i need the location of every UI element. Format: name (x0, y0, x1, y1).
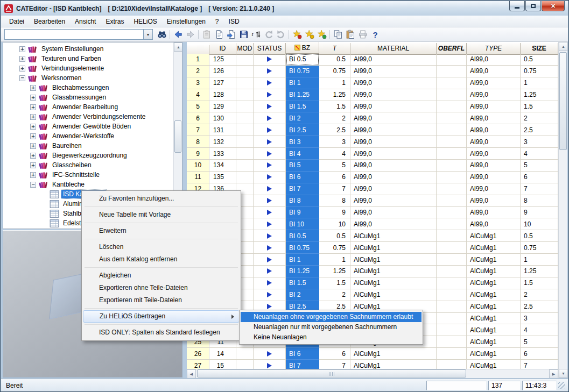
cell-size[interactable]: 1.25 (521, 266, 558, 277)
minimize-button[interactable] (509, 1, 525, 11)
cell-size[interactable]: 4 (521, 148, 558, 160)
cell-type[interactable]: Al99,0 (467, 183, 521, 195)
cell-num[interactable]: 1 (187, 54, 209, 66)
cell-material[interactable]: AlCuMg1 (350, 254, 437, 266)
menubar-item-helios[interactable]: HELiOS (129, 16, 161, 27)
cell-type[interactable]: Al99,0 (467, 101, 521, 113)
cell-type[interactable]: AlCuMg1 (467, 254, 521, 266)
context-menu-item-l-schen[interactable]: Löschen (83, 241, 240, 253)
menubar-item-einstellungen[interactable]: Einstellungen (162, 16, 210, 27)
submenu-item-neuanlagen-ohne-vorgegebenen-sachnummern-erlaubt[interactable]: Neuanlagen ohne vorgegebenen Sachnummern… (241, 312, 422, 322)
cell-t[interactable]: 3 (319, 136, 350, 148)
cell-oberfl[interactable] (437, 124, 467, 136)
cell-oberfl[interactable] (437, 360, 467, 369)
helios-new-yellow-button[interactable] (303, 28, 315, 41)
cell-id[interactable]: 129 (209, 101, 236, 113)
column-header-type[interactable]: TYPE (467, 43, 521, 55)
cell-num[interactable]: 7 (187, 124, 209, 136)
tree-expander-minus-icon[interactable]: − (19, 75, 25, 81)
tree-expander-plus-icon[interactable]: + (30, 95, 36, 101)
tree-item-label[interactable]: Verbindungselemente (40, 64, 106, 73)
context-menu-item-exportieren-ohne-teile-dateien[interactable]: Exportieren ohne Teile-Dateien (83, 282, 240, 294)
cell-size[interactable]: 1.5 (521, 277, 558, 289)
cell-type[interactable]: AlCuMg1 (467, 289, 521, 301)
context-menu-item-neue-tabelle-mit-vorlage[interactable]: Neue Tabelle mit Vorlage (83, 209, 240, 221)
menubar-item-extras[interactable]: Extras (101, 16, 129, 27)
cell-material[interactable]: AlCuMg1 (350, 277, 437, 289)
cell-size[interactable]: 0.75 (521, 242, 558, 254)
tree-item-texturen-und-farben[interactable]: +Texturen und Farben (3, 54, 173, 63)
tree-item-label[interactable]: Glasabmessungen (51, 93, 108, 102)
cell-size[interactable]: 1 (521, 254, 558, 266)
cell-id[interactable]: 130 (209, 112, 236, 124)
cell-bz[interactable]: BI 8 (286, 195, 319, 207)
cell-oberfl[interactable] (437, 230, 467, 242)
tree-expander-plus-icon[interactable]: + (30, 162, 36, 168)
cell-material[interactable]: Al99,0 (350, 160, 437, 172)
cell-mod[interactable] (236, 54, 254, 66)
cell-size[interactable]: 3 (521, 136, 558, 148)
cell-size[interactable]: 3 (521, 313, 558, 325)
cell-bz[interactable]: BI 2.5 (286, 124, 319, 136)
cell-t[interactable]: 4 (319, 148, 350, 160)
table-vertical-scrollbar[interactable] (558, 42, 567, 378)
cell-oberfl[interactable] (437, 54, 467, 66)
import-document-button[interactable] (225, 28, 237, 41)
cell-t[interactable]: 2.5 (319, 124, 350, 136)
find-button[interactable] (156, 28, 168, 41)
cell-t[interactable]: 5 (319, 160, 350, 172)
cell-size[interactable]: 9 (521, 207, 558, 219)
tree-item-label[interactable]: IFC-Schnittstelle (51, 170, 101, 179)
cell-t[interactable]: 9 (319, 207, 350, 219)
cell-size[interactable]: 2 (521, 289, 558, 301)
cell-t[interactable]: 7 (319, 183, 350, 195)
cell-bz[interactable]: BI 2 (286, 112, 319, 124)
cell-num[interactable]: 4 (187, 89, 209, 101)
horizontal-scroll-thumb[interactable] (197, 369, 466, 377)
cell-size[interactable]: 0.75 (521, 66, 558, 77)
cell-type[interactable]: Al99,0 (467, 54, 521, 66)
cell-type[interactable]: AlCuMg1 (467, 242, 521, 254)
cell-material[interactable]: Al99,0 (350, 148, 437, 160)
cell-num[interactable]: 11 (187, 172, 209, 183)
cell-oberfl[interactable] (437, 183, 467, 195)
tree-expander-minus-icon[interactable]: − (30, 182, 36, 188)
cell-oberfl[interactable] (437, 313, 467, 325)
cell-material[interactable]: Al99,0 (350, 172, 437, 183)
vertical-scroll-track[interactable] (559, 51, 567, 369)
cell-id[interactable]: 132 (209, 136, 236, 148)
cell-status[interactable] (254, 112, 286, 124)
tree-item-kantbleche[interactable]: −Kantbleche (3, 180, 173, 189)
cell-bz[interactable]: BI 2 (286, 289, 319, 301)
close-button[interactable] (542, 1, 565, 11)
tree-expander-plus-icon[interactable]: + (30, 124, 36, 130)
context-menu-item-erweitern[interactable]: Erweitern (83, 225, 240, 237)
menubar-item-bearbeiten[interactable]: Bearbeiten (29, 16, 70, 27)
tree-item-label[interactable]: Werksnormen (40, 74, 83, 82)
cell-mod[interactable] (236, 148, 254, 160)
cell-num[interactable]: 5 (187, 101, 209, 113)
cell-size[interactable]: 1 (521, 77, 558, 89)
cell-size[interactable]: 2.5 (521, 301, 558, 313)
cell-size[interactable]: 10 (521, 218, 558, 230)
save-button[interactable] (237, 28, 250, 41)
tree-expander-plus-icon[interactable]: + (30, 85, 36, 91)
cell-status[interactable] (254, 148, 286, 160)
cell-id[interactable]: 127 (209, 77, 236, 89)
cell-bz[interactable]: BI 4 (286, 148, 319, 160)
context-menu-item-zu-favoriten-hinzuf-gen[interactable]: Zu Favoriten hinzufügen... (83, 193, 240, 205)
horizontal-scroll-track[interactable] (196, 369, 549, 378)
cell-status[interactable] (254, 54, 286, 66)
cell-num[interactable]: 3 (187, 77, 209, 89)
cell-bz[interactable]: BI 0.75 (286, 242, 319, 254)
tree-item-anwender-verbindungselemente[interactable]: +Anwender Verbindungselemente (3, 112, 173, 122)
tree-expander-plus-icon[interactable]: + (30, 104, 36, 110)
tree-item-label[interactable]: Texturen und Farben (40, 54, 103, 63)
submenu-item-keine-neuanlagen[interactable]: Keine Neuanlagen (241, 332, 422, 343)
scroll-left-button[interactable] (187, 369, 196, 378)
cell-type[interactable]: AlCuMg1 (467, 230, 521, 242)
cell-material[interactable]: AlCuMg1 (350, 289, 437, 301)
cell-id[interactable]: 134 (209, 160, 236, 172)
tree-item-verbindungselemente[interactable]: +Verbindungselemente (3, 63, 173, 73)
cell-status[interactable] (254, 277, 286, 289)
